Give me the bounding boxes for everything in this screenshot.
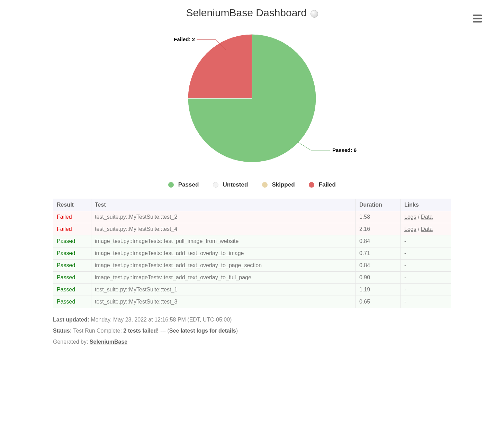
- cell-duration: 2.16: [356, 223, 401, 235]
- cell-result: Passed: [53, 235, 91, 247]
- cell-test: image_test.py::ImageTests::test_add_text…: [91, 260, 356, 272]
- menu-button[interactable]: [473, 13, 483, 24]
- footer: Last updated: Monday, May 23, 2022 at 12…: [53, 314, 451, 347]
- chart-legend: Passed Untested Skipped Failed: [0, 178, 504, 199]
- header: SeleniumBase Dashboard: [0, 3, 504, 29]
- generated-by-label: Generated by:: [53, 339, 88, 345]
- legend-label: Skipped: [272, 181, 295, 188]
- legend-dot-icon: [262, 182, 268, 188]
- legend-label: Untested: [223, 181, 248, 188]
- status-prefix: Test Run Complete:: [73, 328, 123, 334]
- table-row: Failedtest_suite.py::MyTestSuite::test_4…: [53, 223, 451, 235]
- data-link[interactable]: Data: [421, 214, 433, 220]
- cell-result: Passed: [53, 296, 91, 308]
- generated-by-line: Generated by: SeleniumBase: [53, 336, 451, 347]
- cell-duration: 0.65: [356, 296, 401, 308]
- logs-link[interactable]: Logs: [404, 226, 416, 232]
- table-row: Passedimage_test.py::ImageTests::test_pu…: [53, 235, 451, 247]
- col-result: Result: [53, 199, 91, 211]
- pie-chart-svg: Failed: 2 Passed: 6: [131, 29, 373, 168]
- cell-duration: 0.71: [356, 247, 401, 260]
- page-title: SeleniumBase Dashboard: [186, 7, 307, 19]
- status-label: Status:: [53, 328, 72, 334]
- cell-links: -: [401, 235, 451, 247]
- cell-test: test_suite.py::MyTestSuite::test_2: [91, 211, 356, 223]
- pie-chart: Failed: 2 Passed: 6: [0, 29, 504, 178]
- table-row: Passedtest_suite.py::MyTestSuite::test_1…: [53, 284, 451, 296]
- table-row: Passedtest_suite.py::MyTestSuite::test_3…: [53, 296, 451, 308]
- legend-dot-icon: [168, 182, 174, 188]
- cell-links: Logs / Data: [401, 211, 451, 223]
- last-updated-label: Last updated:: [53, 317, 89, 323]
- legend-item-untested[interactable]: Untested: [213, 181, 248, 188]
- cell-test: test_suite.py::MyTestSuite::test_4: [91, 223, 356, 235]
- table-header-row: Result Test Duration Links: [53, 199, 451, 211]
- chart-leader-passed: [297, 142, 330, 150]
- legend-dot-icon: [309, 182, 314, 188]
- cell-test: test_suite.py::MyTestSuite::test_1: [91, 284, 356, 296]
- cell-result: Failed: [53, 211, 91, 223]
- col-duration: Duration: [356, 199, 401, 211]
- cell-test: test_suite.py::MyTestSuite::test_3: [91, 296, 356, 308]
- last-updated-line: Last updated: Monday, May 23, 2022 at 12…: [53, 314, 451, 325]
- cell-duration: 1.19: [356, 284, 401, 296]
- cell-links: -: [401, 296, 451, 308]
- col-links: Links: [401, 199, 451, 211]
- cell-duration: 0.90: [356, 272, 401, 284]
- legend-item-skipped[interactable]: Skipped: [262, 181, 295, 188]
- legend-item-failed[interactable]: Failed: [309, 181, 336, 188]
- legend-item-passed[interactable]: Passed: [168, 181, 199, 188]
- cell-result: Passed: [53, 260, 91, 272]
- cell-result: Passed: [53, 247, 91, 260]
- status-separator: --- (: [159, 328, 169, 334]
- status-tests-failed: 2 tests failed!: [123, 328, 159, 334]
- cell-test: image_test.py::ImageTests::test_add_text…: [91, 247, 356, 260]
- cell-links: -: [401, 247, 451, 260]
- cell-links: -: [401, 260, 451, 272]
- status-suffix: ): [236, 328, 238, 334]
- cell-test: image_test.py::ImageTests::test_add_text…: [91, 272, 356, 284]
- data-label-passed: Passed: 6: [332, 147, 357, 153]
- legend-label: Failed: [319, 181, 336, 188]
- cell-duration: 1.58: [356, 211, 401, 223]
- results-table: Result Test Duration Links Failedtest_su…: [53, 199, 451, 308]
- cell-result: Failed: [53, 223, 91, 235]
- cell-duration: 0.84: [356, 260, 401, 272]
- legend-label: Passed: [178, 181, 199, 188]
- see-logs-link[interactable]: See latest logs for details: [169, 328, 236, 334]
- data-link[interactable]: Data: [421, 226, 433, 232]
- seleniumbase-link[interactable]: SeleniumBase: [90, 339, 127, 345]
- table-row: Passedimage_test.py::ImageTests::test_ad…: [53, 272, 451, 284]
- legend-dot-icon: [213, 182, 218, 188]
- logs-link[interactable]: Logs: [404, 214, 416, 220]
- status-indicator-icon: [310, 10, 318, 18]
- cell-duration: 0.84: [356, 235, 401, 247]
- cell-links: -: [401, 284, 451, 296]
- table-row: Failedtest_suite.py::MyTestSuite::test_2…: [53, 211, 451, 223]
- table-row: Passedimage_test.py::ImageTests::test_ad…: [53, 260, 451, 272]
- status-line: Status: Test Run Complete: 2 tests faile…: [53, 325, 451, 336]
- data-label-failed: Failed: 2: [174, 36, 195, 42]
- cell-result: Passed: [53, 272, 91, 284]
- cell-test: image_test.py::ImageTests::test_pull_ima…: [91, 235, 356, 247]
- cell-links: Logs / Data: [401, 223, 451, 235]
- table-row: Passedimage_test.py::ImageTests::test_ad…: [53, 247, 451, 260]
- cell-result: Passed: [53, 284, 91, 296]
- last-updated-value: Monday, May 23, 2022 at 12:16:58 PM (EDT…: [91, 317, 232, 323]
- col-test: Test: [91, 199, 356, 211]
- cell-links: -: [401, 272, 451, 284]
